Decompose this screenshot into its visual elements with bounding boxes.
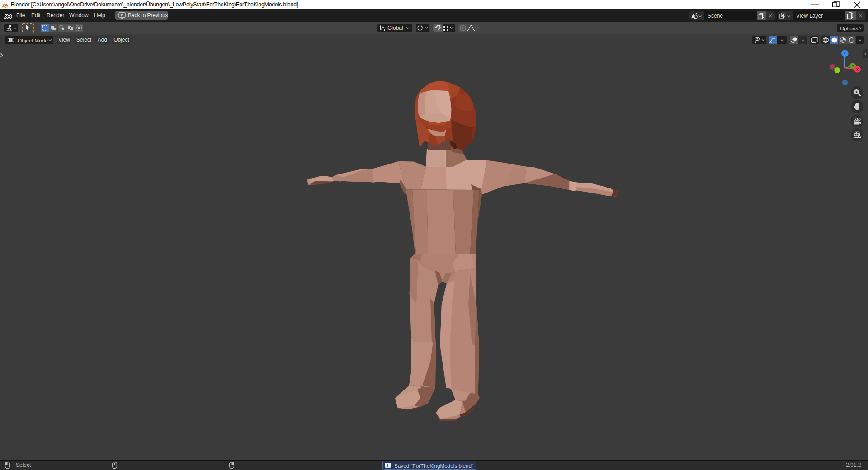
svg-text:Y: Y bbox=[851, 63, 854, 68]
svg-text:Z: Z bbox=[844, 51, 846, 56]
svg-text:X: X bbox=[856, 67, 859, 72]
